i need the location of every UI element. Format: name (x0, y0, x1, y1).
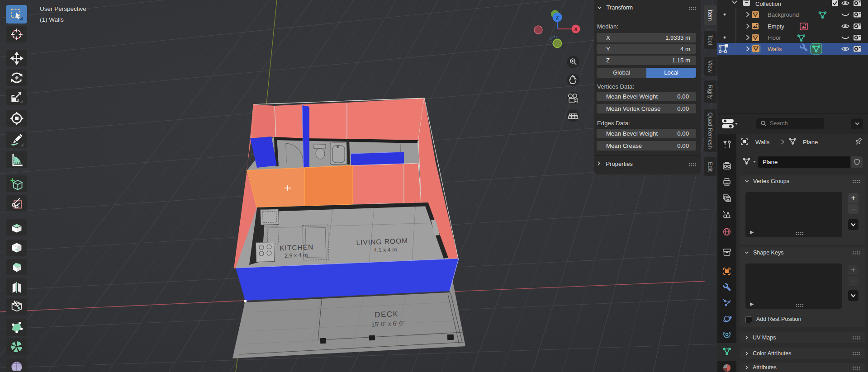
svg-text:Collection: Collection (755, 0, 781, 7)
svg-text:KITCHEN: KITCHEN (280, 243, 314, 252)
svg-text:Plane: Plane (803, 139, 818, 146)
svg-text:Walls: Walls (768, 46, 782, 52)
svg-text:2.9 x 4 m: 2.9 x 4 m (285, 252, 308, 259)
svg-text:Background: Background (768, 11, 799, 18)
svg-text:DECK: DECK (375, 310, 399, 319)
svg-text:Walls: Walls (755, 139, 770, 146)
svg-text:4.1 x 4 m: 4.1 x 4 m (374, 246, 397, 254)
svg-text:Empty: Empty (768, 23, 784, 30)
svg-text:Z: Z (556, 15, 559, 20)
svg-text:Floor: Floor (768, 34, 781, 41)
svg-text:X: X (574, 27, 578, 32)
